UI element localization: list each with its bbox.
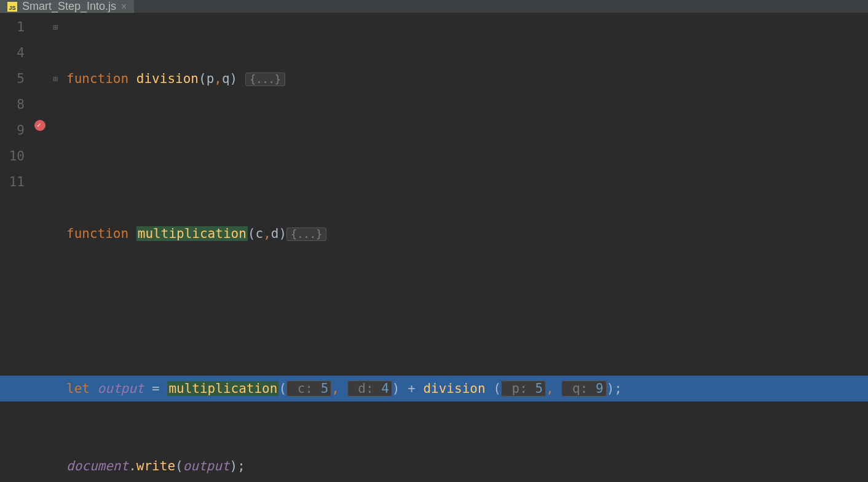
code-area[interactable]: function division(p,q) {...} function mu… xyxy=(61,13,868,482)
breakpoint-marker[interactable] xyxy=(34,120,45,131)
folded-code[interactable]: {...} xyxy=(286,227,326,241)
editor-tabs: JS Smart_Step_Into.js × xyxy=(0,0,868,13)
fold-gutter[interactable]: ⊞ ⊞ xyxy=(49,13,61,482)
fold-toggle-icon[interactable]: ⊞ xyxy=(49,14,61,40)
close-icon[interactable]: × xyxy=(121,1,127,12)
file-tab[interactable]: JS Smart_Step_Into.js × xyxy=(0,0,134,13)
execution-line: let output = multiplication( c: 5, d: 4)… xyxy=(0,376,868,401)
folded-code[interactable]: {...} xyxy=(245,73,285,86)
breakpoint-gutter[interactable] xyxy=(31,13,49,482)
file-tab-name: Smart_Step_Into.js xyxy=(22,0,116,13)
js-file-icon: JS xyxy=(7,2,17,12)
line-number-gutter: 1 4 5 8 9 10 11 xyxy=(0,13,31,482)
code-editor[interactable]: 1 4 5 8 9 10 11 ⊞ ⊞ function division(p,… xyxy=(0,13,868,482)
fold-toggle-icon[interactable]: ⊞ xyxy=(49,66,61,92)
